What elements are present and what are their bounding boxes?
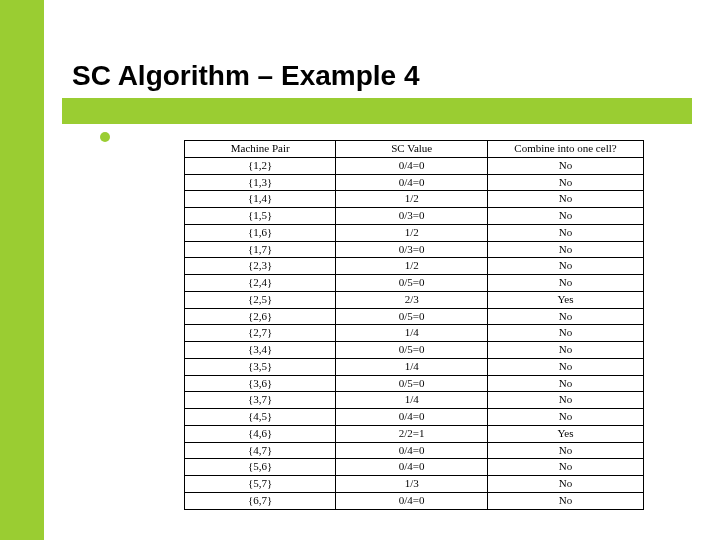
cell-combine: No: [487, 492, 643, 509]
header-machine-pair: Machine Pair: [185, 141, 336, 158]
header-sc-value: SC Value: [336, 141, 487, 158]
cell-scv: 1/4: [336, 358, 487, 375]
table-row: {4,6}2/2=1Yes: [185, 425, 644, 442]
cell-pair: {6,7}: [185, 492, 336, 509]
cell-pair: {1,7}: [185, 241, 336, 258]
table-row: {3,4}0/5=0No: [185, 342, 644, 359]
table-row: {3,6}0/5=0No: [185, 375, 644, 392]
cell-scv: 1/2: [336, 258, 487, 275]
cell-combine: No: [487, 275, 643, 292]
cell-pair: {5,7}: [185, 476, 336, 493]
cell-scv: 1/2: [336, 224, 487, 241]
cell-combine: No: [487, 392, 643, 409]
cell-scv: 1/4: [336, 325, 487, 342]
table-row: {1,4}1/2No: [185, 191, 644, 208]
cell-pair: {4,5}: [185, 409, 336, 426]
cell-scv: 2/2=1: [336, 425, 487, 442]
table-row: {2,7}1/4No: [185, 325, 644, 342]
cell-combine: No: [487, 258, 643, 275]
cell-scv: 0/3=0: [336, 241, 487, 258]
cell-pair: {4,7}: [185, 442, 336, 459]
sc-table: Machine Pair SC Value Combine into one c…: [184, 140, 644, 510]
cell-combine: No: [487, 375, 643, 392]
cell-pair: {4,6}: [185, 425, 336, 442]
table-row: {6,7}0/4=0No: [185, 492, 644, 509]
cell-scv: 1/4: [336, 392, 487, 409]
header-combine: Combine into one cell?: [487, 141, 643, 158]
cell-scv: 0/4=0: [336, 174, 487, 191]
slide-sidebar-accent: [0, 0, 44, 540]
title-underline-bar: [62, 98, 692, 124]
cell-scv: 1/3: [336, 476, 487, 493]
cell-scv: 0/4=0: [336, 459, 487, 476]
table-row: {2,3}1/2No: [185, 258, 644, 275]
cell-combine: No: [487, 191, 643, 208]
cell-combine: No: [487, 224, 643, 241]
cell-pair: {1,2}: [185, 157, 336, 174]
cell-pair: {1,6}: [185, 224, 336, 241]
bullet-dot-icon: [100, 132, 110, 142]
table-row: {2,4}0/5=0No: [185, 275, 644, 292]
cell-combine: No: [487, 325, 643, 342]
table-row: {5,7}1/3No: [185, 476, 644, 493]
cell-pair: {2,5}: [185, 291, 336, 308]
cell-pair: {3,7}: [185, 392, 336, 409]
cell-combine: No: [487, 208, 643, 225]
cell-combine: No: [487, 174, 643, 191]
table-row: {3,5}1/4No: [185, 358, 644, 375]
slide-title: SC Algorithm – Example 4: [62, 60, 420, 92]
table-header-row: Machine Pair SC Value Combine into one c…: [185, 141, 644, 158]
table-row: {2,6}0/5=0No: [185, 308, 644, 325]
cell-pair: {3,4}: [185, 342, 336, 359]
cell-pair: {1,4}: [185, 191, 336, 208]
cell-pair: {3,5}: [185, 358, 336, 375]
cell-scv: 0/4=0: [336, 409, 487, 426]
slide-content: SC Algorithm – Example 4 Machine Pair SC…: [44, 0, 720, 540]
cell-pair: {2,7}: [185, 325, 336, 342]
cell-scv: 0/5=0: [336, 308, 487, 325]
cell-combine: No: [487, 459, 643, 476]
cell-scv: 0/4=0: [336, 157, 487, 174]
cell-pair: {5,6}: [185, 459, 336, 476]
table-row: {5,6}0/4=0No: [185, 459, 644, 476]
cell-combine: Yes: [487, 291, 643, 308]
table-row: {1,2}0/4=0No: [185, 157, 644, 174]
cell-combine: Yes: [487, 425, 643, 442]
cell-pair: {1,5}: [185, 208, 336, 225]
table-row: {2,5}2/3Yes: [185, 291, 644, 308]
cell-pair: {2,4}: [185, 275, 336, 292]
cell-combine: No: [487, 476, 643, 493]
cell-pair: {2,6}: [185, 308, 336, 325]
table-row: {1,6}1/2No: [185, 224, 644, 241]
table-row: {4,5}0/4=0No: [185, 409, 644, 426]
cell-scv: 0/5=0: [336, 375, 487, 392]
cell-combine: No: [487, 442, 643, 459]
table-row: {1,3}0/4=0No: [185, 174, 644, 191]
table-row: {1,5}0/3=0No: [185, 208, 644, 225]
cell-combine: No: [487, 342, 643, 359]
sc-table-container: Machine Pair SC Value Combine into one c…: [184, 140, 644, 510]
cell-combine: No: [487, 358, 643, 375]
cell-combine: No: [487, 409, 643, 426]
cell-scv: 0/4=0: [336, 442, 487, 459]
cell-pair: {1,3}: [185, 174, 336, 191]
cell-scv: 0/5=0: [336, 275, 487, 292]
cell-scv: 0/3=0: [336, 208, 487, 225]
cell-combine: No: [487, 308, 643, 325]
table-row: {1,7}0/3=0No: [185, 241, 644, 258]
cell-scv: 1/2: [336, 191, 487, 208]
cell-scv: 0/5=0: [336, 342, 487, 359]
cell-combine: No: [487, 157, 643, 174]
cell-scv: 0/4=0: [336, 492, 487, 509]
table-row: {4,7}0/4=0No: [185, 442, 644, 459]
cell-combine: No: [487, 241, 643, 258]
cell-pair: {2,3}: [185, 258, 336, 275]
cell-scv: 2/3: [336, 291, 487, 308]
cell-pair: {3,6}: [185, 375, 336, 392]
table-row: {3,7}1/4No: [185, 392, 644, 409]
